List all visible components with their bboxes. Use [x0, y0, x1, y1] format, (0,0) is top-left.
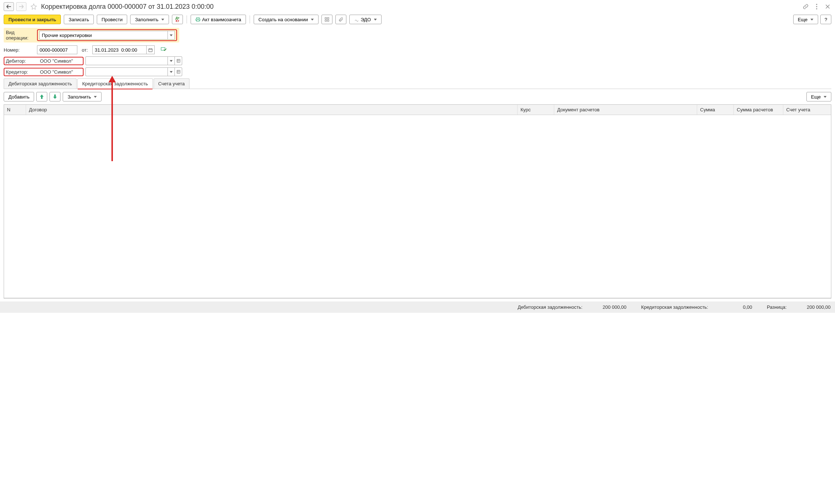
- svg-rect-6: [327, 20, 329, 21]
- tab-credit[interactable]: Кредиторская задолженность: [77, 78, 152, 89]
- svg-rect-3: [325, 18, 327, 19]
- creditor-open-icon[interactable]: [175, 67, 182, 76]
- tab-accounts[interactable]: Счета учета: [154, 78, 190, 89]
- separator: [250, 15, 250, 23]
- link-icon[interactable]: [802, 3, 809, 10]
- svg-rect-5: [325, 20, 327, 21]
- title-bar: Корректировка долга 0000-000007 от 31.01…: [0, 0, 835, 13]
- offset-act-button[interactable]: Акт взаимозачета: [191, 15, 246, 24]
- col-doc[interactable]: Документ расчетов: [554, 105, 697, 115]
- col-n[interactable]: N: [4, 105, 26, 115]
- printer-icon: [195, 17, 201, 22]
- move-up-button[interactable]: [36, 92, 47, 101]
- status-credit-value: 0,00: [723, 304, 752, 310]
- tab-toolbar: Добавить Заполнить Еще: [4, 89, 831, 104]
- tab-debit[interactable]: Дебиторская задолженность: [4, 78, 77, 89]
- debtor-highlight: Дебитор: ООО "Символ": [4, 57, 84, 65]
- operation-type-dropdown-icon[interactable]: [168, 31, 175, 40]
- status-diff-value: 200 000,00: [801, 304, 831, 310]
- creditor-label: Кредитор:: [6, 69, 37, 75]
- col-sum[interactable]: Сумма: [697, 105, 734, 115]
- fill-button[interactable]: Заполнить: [130, 15, 169, 24]
- tab-more-button[interactable]: Еще: [806, 92, 831, 101]
- edo-button[interactable]: ЭДО: [349, 15, 382, 24]
- forward-button[interactable]: [16, 2, 26, 11]
- status-diff-label: Разница:: [767, 304, 787, 310]
- date-input[interactable]: [92, 45, 147, 54]
- main-toolbar: Провести и закрыть Записать Провести Зап…: [0, 13, 835, 28]
- post-and-close-button[interactable]: Провести и закрыть: [4, 15, 61, 24]
- col-sum-settle[interactable]: Сумма расчетов: [734, 105, 783, 115]
- post-status-icon[interactable]: [161, 47, 167, 53]
- close-icon[interactable]: [824, 3, 831, 10]
- dtkt-button[interactable]: ДтКт: [172, 15, 183, 24]
- creditor-row: Кредитор: ООО "Символ": [4, 67, 831, 76]
- debtor-label: Дебитор:: [6, 58, 37, 64]
- svg-point-1: [816, 6, 817, 7]
- attachment-icon-button[interactable]: [335, 15, 346, 24]
- creditor-dropdown-icon[interactable]: [168, 67, 175, 76]
- grid-body[interactable]: [4, 115, 831, 298]
- operation-type-row: Вид операции:: [4, 28, 179, 42]
- back-button[interactable]: [4, 2, 14, 11]
- svg-rect-4: [327, 18, 329, 19]
- debtor-value-text: ООО "Символ": [40, 58, 73, 64]
- number-row: Номер: от:: [4, 45, 831, 54]
- data-grid: N Договор Курс Документ расчетов Сумма С…: [4, 104, 831, 299]
- debtor-dropdown-icon[interactable]: [168, 56, 175, 65]
- kebab-menu-icon[interactable]: [813, 3, 820, 10]
- operation-type-highlight: [37, 29, 177, 41]
- post-button[interactable]: Провести: [97, 15, 128, 24]
- svg-rect-9: [177, 59, 180, 62]
- status-debit-value: 200 000,00: [597, 304, 626, 310]
- add-row-button[interactable]: Добавить: [4, 92, 34, 101]
- col-rate[interactable]: Курс: [518, 105, 554, 115]
- operation-type-input[interactable]: [39, 31, 168, 40]
- svg-point-2: [816, 8, 817, 9]
- from-label: от:: [82, 47, 88, 53]
- debtor-input[interactable]: [85, 56, 168, 65]
- col-contract[interactable]: Договор: [26, 105, 518, 115]
- svg-rect-10: [177, 70, 180, 73]
- tab-fill-button[interactable]: Заполнить: [63, 92, 102, 101]
- svg-point-0: [816, 4, 817, 5]
- operation-type-label: Вид операции:: [6, 30, 37, 41]
- svg-rect-7: [148, 48, 152, 52]
- structure-icon-button[interactable]: [321, 15, 332, 24]
- status-credit-label: Кредиторская задолженность:: [641, 304, 708, 310]
- window-title: Корректировка долга 0000-000007 от 31.01…: [41, 3, 214, 11]
- col-account[interactable]: Счет учета: [783, 105, 831, 115]
- calendar-icon[interactable]: [147, 45, 155, 54]
- tab-bar: Дебиторская задолженность Кредиторская з…: [4, 78, 831, 89]
- favorite-star-icon[interactable]: [30, 3, 37, 10]
- separator: [187, 15, 187, 23]
- number-input[interactable]: [37, 45, 77, 54]
- creditor-highlight: Кредитор: ООО "Символ": [4, 68, 84, 76]
- create-based-on-button[interactable]: Создать на основании: [254, 15, 319, 24]
- status-debit-label: Дебиторская задолженность:: [518, 304, 582, 310]
- status-bar: Дебиторская задолженность: 200 000,00 Кр…: [0, 301, 835, 313]
- signature-icon: [354, 17, 359, 22]
- debtor-row: Дебитор: ООО "Символ": [4, 56, 831, 65]
- more-button[interactable]: Еще: [793, 15, 818, 24]
- creditor-input[interactable]: [85, 67, 168, 76]
- debtor-open-icon[interactable]: [175, 56, 182, 65]
- number-label: Номер:: [4, 47, 35, 53]
- help-button[interactable]: ?: [820, 15, 831, 24]
- move-down-button[interactable]: [49, 92, 60, 101]
- save-button[interactable]: Записать: [64, 15, 94, 24]
- grid-header: N Договор Курс Документ расчетов Сумма С…: [4, 105, 831, 115]
- form-area: Вид операции: Номер: от: Дебитор: ООО "С…: [0, 28, 835, 299]
- creditor-value-text: ООО "Символ": [40, 69, 73, 75]
